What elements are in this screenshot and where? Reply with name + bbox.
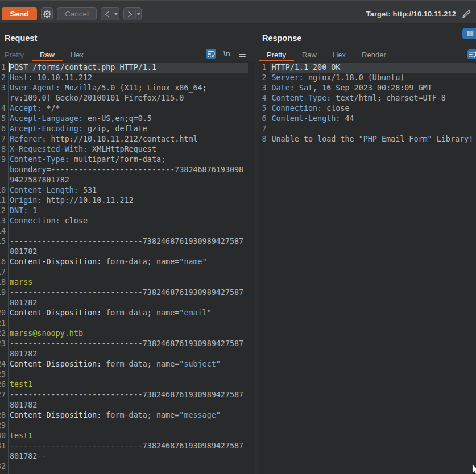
- back-dropdown-arrow[interactable]: [113, 13, 119, 15]
- line-text[interactable]: Content-Length: 44: [270, 114, 476, 124]
- tab-pretty[interactable]: Pretty: [259, 48, 294, 61]
- line-number: 15: [0, 236, 6, 247]
- edit-pencil-icon[interactable]: [461, 9, 472, 19]
- target-box: Target: http://10.10.11.212: [366, 7, 472, 20]
- line-number: 8: [0, 144, 6, 155]
- response-editor[interactable]: 1HTTP/1.1 200 OK2Server: nginx/1.18.0 (U…: [259, 61, 476, 474]
- line-text[interactable]: -----------------------------73824687619…: [8, 390, 249, 400]
- response-word-wrap-toggle[interactable]: [467, 49, 476, 59]
- line-text[interactable]: 801782: [8, 349, 249, 359]
- tab-pretty[interactable]: Pretty: [0, 48, 32, 61]
- line-number: 22: [0, 329, 6, 339]
- line-number: 26: [0, 380, 6, 390]
- line-text[interactable]: POST /forms/contact.php HTTP/1.1: [8, 63, 249, 73]
- tab-hex[interactable]: Hex: [63, 48, 92, 61]
- line-text[interactable]: rv:109.0) Gecko/20100101 Firefox/115.0: [8, 93, 249, 103]
- line-text[interactable]: boundary=---------------------------7382…: [8, 165, 249, 175]
- editor-line: 17: [0, 267, 248, 277]
- history-back-button[interactable]: [101, 7, 119, 20]
- line-text[interactable]: [8, 369, 249, 380]
- repeater-main: Request PrettyRawHex \n 1POST /forms/con…: [0, 24, 476, 474]
- tab-render[interactable]: Render: [354, 48, 394, 61]
- newline-toggle[interactable]: \n: [223, 49, 230, 58]
- line-text[interactable]: test1: [8, 380, 249, 390]
- line-text[interactable]: Accept: */*: [8, 103, 249, 114]
- line-text[interactable]: DNT: 1: [8, 206, 249, 216]
- line-text[interactable]: [8, 461, 249, 472]
- line-text[interactable]: Content-Disposition: form-data; name="na…: [8, 257, 249, 267]
- editor-line: 19-----------------------------738246876…: [0, 288, 248, 298]
- editor-line: 24Content-Disposition: form-data; name="…: [0, 359, 248, 369]
- line-text[interactable]: [8, 421, 249, 431]
- history-forward-button[interactable]: [123, 7, 142, 20]
- cancel-button[interactable]: Cancel: [57, 7, 97, 20]
- line-text[interactable]: [8, 267, 249, 277]
- line-text[interactable]: Date: Sat, 16 Sep 2023 00:28:09 GMT: [270, 83, 476, 93]
- line-number: 5: [0, 114, 6, 124]
- line-text[interactable]: Content-Length: 531: [8, 185, 249, 196]
- tab-raw[interactable]: Raw: [294, 48, 325, 61]
- editor-line: 11Origin: http://10.10.11.212: [0, 196, 248, 206]
- line-text[interactable]: User-Agent: Mozilla/5.0 (X11; Linux x86_…: [8, 83, 249, 93]
- line-text[interactable]: Content-Disposition: form-data; name="em…: [8, 308, 249, 318]
- forward-dropdown-arrow[interactable]: [136, 13, 141, 15]
- line-text[interactable]: test1: [8, 431, 249, 441]
- gear-icon: [42, 9, 52, 19]
- line-text[interactable]: Content-Type: multipart/form-data;: [8, 155, 249, 165]
- line-number: 1: [259, 63, 267, 73]
- response-word-wrap-icon: [467, 49, 476, 59]
- line-text[interactable]: 801782: [8, 247, 249, 257]
- line-text[interactable]: Content-Type: text/html; charset=UTF-8: [270, 93, 476, 103]
- line-text[interactable]: Connection: close: [8, 216, 249, 226]
- line-number: 14: [0, 226, 6, 236]
- line-text[interactable]: X-Requested-With: XMLHttpRequest: [8, 144, 249, 155]
- line-text[interactable]: -----------------------------73824687619…: [8, 441, 249, 451]
- layout-columns-button[interactable]: [462, 28, 476, 39]
- line-number: 32: [0, 461, 6, 472]
- line-text[interactable]: Server: nginx/1.18.0 (Ubuntu): [270, 73, 476, 83]
- response-panel: Response PrettyRawHexRender 1HTTP/1.1 20…: [259, 24, 476, 474]
- line-text[interactable]: Connection: close: [270, 103, 476, 114]
- line-number: 2: [0, 73, 6, 83]
- line-text[interactable]: -----------------------------73824687619…: [8, 236, 249, 247]
- line-text[interactable]: 9427587801782: [8, 175, 249, 185]
- line-text[interactable]: [270, 124, 476, 134]
- settings-gear-button[interactable]: [41, 7, 53, 20]
- line-number: 1: [0, 63, 6, 73]
- line-text[interactable]: Host: 10.10.11.212: [8, 73, 249, 83]
- tab-hex[interactable]: Hex: [325, 48, 354, 61]
- mouse-pointer: [472, 464, 476, 474]
- editor-line: 25: [0, 369, 248, 380]
- line-text[interactable]: HTTP/1.1 200 OK: [270, 63, 476, 73]
- line-number: 4: [0, 103, 6, 114]
- editor-line: 9Content-Type: multipart/form-data;: [0, 155, 248, 165]
- line-text[interactable]: [8, 226, 249, 236]
- line-text[interactable]: 801782: [8, 298, 249, 308]
- line-text[interactable]: Accept-Encoding: gzip, deflate: [8, 124, 249, 134]
- line-text[interactable]: Origin: http://10.10.11.212: [8, 196, 249, 206]
- line-text[interactable]: 801782: [8, 400, 249, 410]
- line-text[interactable]: Accept-Language: en-US,en;q=0.5: [8, 114, 249, 124]
- line-number: 20: [0, 308, 6, 318]
- request-editor[interactable]: 1POST /forms/contact.php HTTP/1.12Host: …: [0, 61, 255, 474]
- editor-line: boundary=---------------------------7382…: [0, 165, 248, 175]
- line-text[interactable]: marss@snoopy.htb: [8, 329, 249, 339]
- line-text[interactable]: -----------------------------73824687619…: [8, 339, 249, 349]
- word-wrap-toggle[interactable]: [206, 49, 216, 59]
- panel-splitter[interactable]: [255, 24, 256, 474]
- line-number: 16: [0, 257, 6, 267]
- line-text[interactable]: [8, 318, 249, 329]
- line-text[interactable]: 801782--: [8, 451, 249, 461]
- line-text[interactable]: Referer: http://10.10.11.212/contact.htm…: [8, 134, 249, 144]
- editor-line: 2Host: 10.10.11.212: [0, 73, 248, 83]
- line-text[interactable]: Unable to load the "PHP Email Form" Libr…: [270, 134, 476, 144]
- send-button[interactable]: Send: [2, 7, 37, 20]
- line-text[interactable]: -----------------------------73824687619…: [8, 288, 249, 298]
- line-text[interactable]: marss: [8, 277, 249, 288]
- target-url: http://10.10.11.212: [393, 10, 456, 18]
- editor-line: 15-----------------------------738246876…: [0, 236, 248, 247]
- editor-menu-icon[interactable]: [239, 52, 246, 58]
- tab-raw[interactable]: Raw: [32, 48, 63, 61]
- line-text[interactable]: Content-Disposition: form-data; name="su…: [8, 359, 249, 369]
- line-text[interactable]: Content-Disposition: form-data; name="me…: [8, 410, 249, 421]
